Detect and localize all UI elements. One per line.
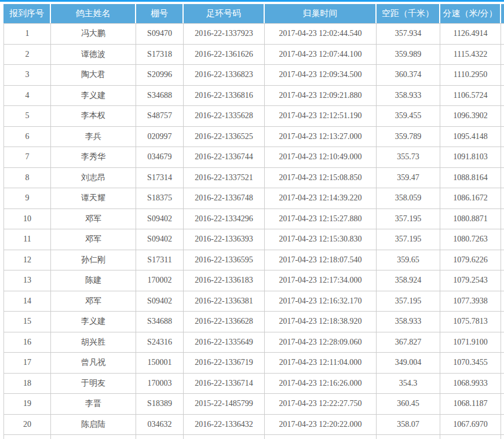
- cell-time: 2017-04-23 12:20:22.000: [265, 415, 377, 436]
- cell-loft: 034632: [136, 415, 184, 436]
- table-row: 3陶大君S209962016-22-13368232017-04-23 12:0…: [3, 65, 504, 86]
- cell-clipped: [501, 250, 504, 271]
- cell-empty: [265, 435, 377, 439]
- pigeon-race-results-page: 报到序号鸽主姓名棚号足环号码归巢时间空距（千米）分速（米/分） 1冯大鹏S094…: [0, 0, 504, 439]
- cell-owner: 谭德波: [51, 45, 136, 65]
- cell-no: 12: [3, 250, 51, 271]
- cell-ring: 2016-22-1337521: [184, 168, 265, 189]
- cell-no: 7: [3, 147, 51, 168]
- cell-distance: 358.933: [377, 86, 440, 107]
- cell-no: 6: [3, 127, 51, 148]
- cell-time: 2017-04-23 12:07:44.100: [265, 45, 377, 65]
- cell-no: 4: [3, 86, 51, 107]
- table-row: 17曾凡祝1500012016-22-13367192017-04-23 12:…: [3, 353, 504, 374]
- column-header-loft: 棚号: [136, 4, 184, 23]
- cell-speed: 1068.9933: [440, 374, 501, 394]
- cell-time: 2017-04-23 12:15:30.830: [265, 229, 377, 250]
- cell-distance: 359.455: [377, 106, 440, 127]
- cell-clipped: [501, 312, 504, 332]
- cell-loft: S17314: [136, 168, 184, 189]
- cell-owner: 冯大鹏: [51, 23, 136, 45]
- cell-no: 2: [3, 45, 51, 65]
- cell-owner: 李本权: [51, 106, 136, 127]
- cell-distance: 359.989: [377, 45, 440, 65]
- cell-empty: [136, 435, 184, 439]
- cell-distance: 357.934: [377, 23, 440, 45]
- cell-clipped: [501, 147, 504, 168]
- cell-speed: 1077.3938: [440, 291, 501, 312]
- cell-owner: 李义建: [51, 312, 136, 332]
- cell-owner: 谭天耀: [51, 188, 136, 209]
- cell-loft: S34688: [136, 86, 184, 107]
- cell-distance: 359.47: [377, 168, 440, 189]
- cell-speed: 1088.8164: [440, 168, 501, 189]
- cell-speed: 1110.2950: [440, 65, 501, 86]
- cell-time: 2017-04-23 12:09:21.880: [265, 86, 377, 107]
- table-row: 8刘志昂S173142016-22-13375212017-04-23 12:1…: [3, 168, 504, 189]
- cell-loft: S09402: [136, 229, 184, 250]
- cell-loft: S17318: [136, 45, 184, 65]
- cell-distance: 359.789: [377, 127, 440, 148]
- table-row: 4李义建S346882016-22-13368162017-04-23 12:0…: [3, 86, 504, 107]
- cell-clipped: [501, 23, 504, 45]
- cell-distance: 359.65: [377, 250, 440, 271]
- table-row: 18于明友1700032016-22-13367142017-04-23 12:…: [3, 374, 504, 394]
- cell-speed: 1095.4148: [440, 127, 501, 148]
- cell-speed: 1070.3455: [440, 353, 501, 374]
- cell-loft: 150001: [136, 353, 184, 374]
- cell-distance: 357.195: [377, 209, 440, 230]
- cell-loft: S48757: [136, 106, 184, 127]
- cell-loft: S34688: [136, 312, 184, 332]
- cell-distance: 349.004: [377, 353, 440, 374]
- cell-owner: 陶大君: [51, 65, 136, 86]
- table-body: 1冯大鹏S094702016-22-13379232017-04-23 12:0…: [3, 23, 504, 439]
- cell-ring: 2016-22-1336816: [184, 86, 265, 107]
- cell-owner: 刘志昂: [51, 168, 136, 189]
- cell-clipped: [501, 45, 504, 65]
- cell-ring: 2016-22-1337923: [184, 23, 265, 45]
- cell-speed: 1068.1187: [440, 394, 501, 415]
- cell-loft: S20996: [136, 65, 184, 86]
- cell-time: 2017-04-23 12:09:34.500: [265, 65, 377, 86]
- cell-time: 2017-04-23 12:16:32.170: [265, 291, 377, 312]
- cell-ring: 2016-22-1335628: [184, 106, 265, 127]
- cell-clipped: [501, 332, 504, 353]
- cell-owner: 李义建: [51, 86, 136, 107]
- cell-speed: 1075.7813: [440, 312, 501, 332]
- cell-clipped: [501, 229, 504, 250]
- cell-distance: 358.933: [377, 312, 440, 332]
- cell-owner: 李秀华: [51, 147, 136, 168]
- cell-owner: 邓军: [51, 291, 136, 312]
- cell-ring: 2016-22-1335649: [184, 332, 265, 353]
- table-row: 12孙仁刚S173112016-22-13365952017-04-23 12:…: [3, 250, 504, 271]
- cell-ring: 2016-22-1336595: [184, 250, 265, 271]
- cell-time: 2017-04-23 12:11:04.000: [265, 353, 377, 374]
- cell-owner: 邓军: [51, 229, 136, 250]
- cell-no: 10: [3, 209, 51, 230]
- cell-speed: 1091.8103: [440, 147, 501, 168]
- cell-owner: 孙仁刚: [51, 250, 136, 271]
- column-header-time: 归巢时间: [265, 4, 377, 23]
- cell-clipped: [501, 374, 504, 394]
- cell-loft: S24316: [136, 332, 184, 353]
- cell-ring: 2016-22-1336183: [184, 270, 265, 291]
- cell-distance: 355.73: [377, 147, 440, 168]
- cell-empty: [184, 435, 265, 439]
- cell-loft: S09402: [136, 209, 184, 230]
- table-row: 20陈启陆0346322016-22-13364322017-04-23 12:…: [3, 415, 504, 436]
- cell-time: 2017-04-23 12:02:44.540: [265, 23, 377, 45]
- cell-speed: 1067.6970: [440, 415, 501, 436]
- cell-distance: 367.827: [377, 332, 440, 353]
- table-row: 16胡兴胜S243162016-22-13356492017-04-23 12:…: [3, 332, 504, 353]
- cell-ring: 2016-22-1336381: [184, 291, 265, 312]
- table-row: 13陈建1700022016-22-13361832017-04-23 12:1…: [3, 270, 504, 291]
- table-header-row: 报到序号鸽主姓名棚号足环号码归巢时间空距（千米）分速（米/分）: [3, 4, 504, 23]
- cell-no: 19: [3, 394, 51, 415]
- cell-loft: 034679: [136, 147, 184, 168]
- table-row: 9谭天耀S183752016-22-13367482017-04-23 12:1…: [3, 188, 504, 209]
- cell-distance: 354.3: [377, 374, 440, 394]
- cell-clipped: [501, 188, 504, 209]
- cell-empty: [377, 435, 440, 439]
- cell-no: 17: [3, 353, 51, 374]
- table-row: 15李义建S346882016-22-13366282017-04-23 12:…: [3, 312, 504, 332]
